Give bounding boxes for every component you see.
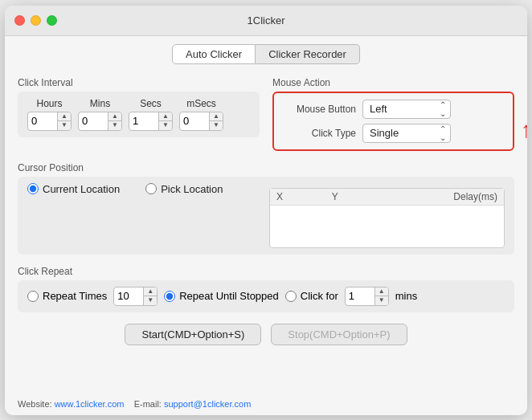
left-column: Click Interval Hours ▲ ▼ [18, 71, 260, 156]
traffic-lights [14, 15, 57, 26]
msecs-label: mSecs [186, 98, 216, 109]
cursor-position-label: Cursor Position [18, 162, 514, 173]
msecs-item: mSecs ▲ ▼ [179, 98, 223, 131]
click-for-spinner[interactable]: ▲ ▼ [345, 287, 389, 306]
col-x: X [276, 191, 332, 202]
window-title: 1Clicker [248, 14, 285, 27]
mins-up-btn[interactable]: ▲ [108, 112, 121, 122]
location-table-header: X Y Delay(ms) [270, 189, 504, 206]
repeat-times-radio-item: Repeat Times [27, 290, 107, 302]
toolbar: Auto Clicker Clicker Recorder [5, 36, 527, 71]
mouse-button-label: Mouse Button [284, 104, 356, 115]
website-bar: Website: www.1clicker.com E-mail: suppor… [5, 396, 527, 415]
msecs-input[interactable] [180, 112, 209, 130]
email-prefix: E-mail: [134, 399, 162, 409]
hours-spinner[interactable]: ▲ ▼ [27, 112, 72, 131]
main-window: 1Clicker Auto Clicker Clicker Recorder C… [5, 6, 527, 415]
radio-row: Current Location Pick Location [27, 183, 263, 195]
msecs-spinner[interactable]: ▲ ▼ [179, 112, 223, 131]
repeat-times-down-btn[interactable]: ▼ [144, 296, 157, 305]
secs-input[interactable] [129, 112, 158, 130]
click-for-down-btn[interactable]: ▼ [375, 296, 388, 305]
click-for-spinner-btns: ▲ ▼ [374, 287, 388, 305]
click-for-label: Click for [301, 290, 338, 302]
pick-location-item: Pick Location [145, 183, 223, 195]
two-col-layout: Click Interval Hours ▲ ▼ [18, 71, 514, 156]
repeat-until-stopped-label: Repeat Until Stopped [179, 290, 279, 302]
col-y: Y [332, 191, 387, 202]
click-for-item: Click for [285, 290, 338, 302]
repeat-times-spinner-btns: ▲ ▼ [143, 287, 157, 305]
repeat-until-stopped-item: Repeat Until Stopped [164, 290, 279, 302]
close-button[interactable] [14, 15, 25, 26]
repeat-times-label: Repeat Times [43, 290, 107, 302]
click-for-radio[interactable] [285, 291, 297, 302]
repeat-times-up-btn[interactable]: ▲ [144, 287, 157, 297]
click-for-unit: mins [395, 290, 417, 302]
click-type-select[interactable]: Single Double [362, 124, 451, 143]
mouse-button-select-wrap: Left Right Middle ⌃⌄ [362, 100, 451, 119]
repeat-until-stopped-radio[interactable] [164, 291, 175, 302]
mouse-button-select[interactable]: Left Right Middle [362, 100, 451, 119]
mouse-action-label: Mouse Action [272, 77, 514, 88]
click-type-select-wrap: Single Double ⌃⌄ [362, 124, 451, 143]
secs-label: Secs [140, 98, 162, 109]
msecs-down-btn[interactable]: ▼ [210, 121, 223, 130]
msecs-spinner-btns: ▲ ▼ [209, 112, 223, 130]
mins-down-btn[interactable]: ▼ [108, 121, 121, 130]
pick-location-label: Pick Location [161, 183, 223, 195]
repeat-row: Repeat Times ▲ ▼ Repeat Until Stopped [27, 287, 505, 306]
msecs-up-btn[interactable]: ▲ [210, 112, 223, 122]
click-repeat-label: Click Repeat [18, 266, 514, 277]
tab-clicker-recorder[interactable]: Clicker Recorder [256, 44, 360, 64]
titlebar: 1Clicker [5, 6, 527, 36]
mouse-button-row: Mouse Button Left Right Middle ⌃⌄ [284, 100, 503, 119]
mins-spinner-btns: ▲ ▼ [108, 112, 121, 130]
click-for-up-btn[interactable]: ▲ [375, 287, 388, 297]
cursor-position-box: Current Location Pick Location X Y De [18, 177, 514, 255]
repeat-times-spinner[interactable]: ▲ ▼ [113, 287, 158, 306]
pick-location-radio[interactable] [145, 183, 157, 194]
content-area: Click Interval Hours ▲ ▼ [5, 71, 527, 396]
repeat-times-radio[interactable] [27, 291, 39, 302]
click-repeat-box: Repeat Times ▲ ▼ Repeat Until Stopped [18, 280, 514, 312]
email-link[interactable]: support@1clicker.com [164, 399, 251, 409]
mins-input[interactable] [79, 112, 108, 130]
secs-down-btn[interactable]: ▼ [159, 121, 172, 130]
hours-item: Hours ▲ ▼ [27, 98, 72, 131]
secs-spinner[interactable]: ▲ ▼ [129, 112, 173, 131]
maximize-button[interactable] [47, 15, 57, 26]
mins-item: Mins ▲ ▼ [78, 98, 122, 131]
click-type-label: Click Type [284, 128, 356, 139]
hours-spinner-btns: ▲ ▼ [57, 112, 71, 130]
mins-spinner[interactable]: ▲ ▼ [78, 112, 122, 131]
website-prefix: Website: [18, 399, 52, 409]
click-interval-label: Click Interval [18, 77, 260, 88]
click-for-input[interactable] [346, 287, 374, 305]
hours-up-btn[interactable]: ▲ [58, 112, 71, 122]
right-column: Mouse Action Mouse Button Left Right Mid… [272, 71, 514, 156]
repeat-times-input[interactable] [114, 287, 143, 305]
hours-down-btn[interactable]: ▼ [58, 121, 71, 130]
stop-button[interactable]: Stop(CMD+Option+P) [271, 324, 407, 345]
mins-label: Mins [90, 98, 110, 109]
hours-label: Hours [36, 98, 62, 109]
click-type-row: Click Type Single Double ⌃⌄ [284, 124, 503, 143]
mouse-action-box: Mouse Button Left Right Middle ⌃⌄ [272, 92, 514, 151]
footer-buttons: Start(CMD+Option+S) Stop(CMD+Option+P) [18, 319, 514, 350]
start-button[interactable]: Start(CMD+Option+S) [125, 324, 261, 345]
tab-auto-clicker[interactable]: Auto Clicker [172, 44, 256, 64]
red-arrow-icon: ↑ [521, 119, 527, 141]
click-interval-box: Hours ▲ ▼ Mins [18, 92, 260, 137]
current-location-radio[interactable] [27, 183, 39, 194]
location-table-body [270, 206, 504, 247]
hours-input[interactable] [28, 112, 57, 130]
current-location-label: Current Location [43, 183, 120, 195]
secs-up-btn[interactable]: ▲ [159, 112, 172, 122]
website-url[interactable]: www.1clicker.com [55, 399, 125, 409]
col-delay: Delay(ms) [387, 191, 498, 202]
current-location-item: Current Location [27, 183, 120, 195]
secs-spinner-btns: ▲ ▼ [158, 112, 172, 130]
interval-row: Hours ▲ ▼ Mins [27, 98, 250, 131]
minimize-button[interactable] [31, 15, 41, 26]
